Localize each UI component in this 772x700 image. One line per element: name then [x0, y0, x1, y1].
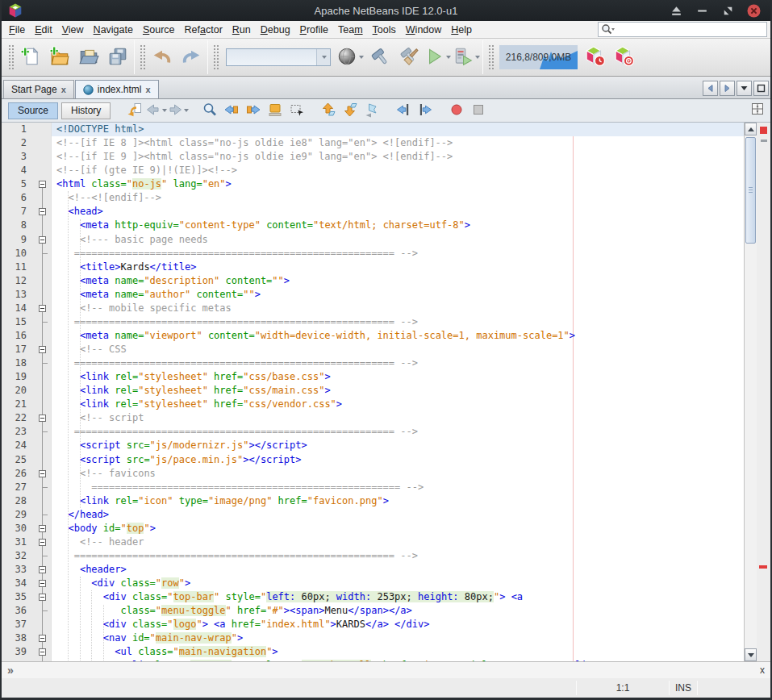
code-line[interactable]: 1<!DOCTYPE html>	[2, 123, 744, 136]
code-text[interactable]: <link rel="stylesheet" href="css/vendor.…	[52, 398, 744, 411]
code-line[interactable]: 4<!--[if (gte IE 9)|!(IE)]><!-->	[2, 164, 744, 177]
memory-usage-indicator[interactable]: 216,8/809,0MB	[499, 45, 578, 69]
tab-list-button[interactable]	[737, 81, 752, 96]
code-line[interactable]: 36 class="menu-toggle" href="#"><span>Me…	[2, 604, 744, 618]
code-line[interactable]: 26 <!-- favicons	[2, 467, 744, 481]
code-line[interactable]: 33 <header>	[2, 563, 744, 577]
code-text[interactable]: <header>	[52, 563, 744, 577]
fold-collapse-icon[interactable]	[39, 236, 46, 244]
tab-close-icon[interactable]: x	[146, 85, 151, 94]
next-bookmark-button[interactable]	[339, 101, 361, 120]
forward-button[interactable]	[167, 101, 189, 120]
code-text[interactable]: <!--- basic page needs	[52, 233, 744, 247]
code-line[interactable]: 13 <meta name="author" content="">	[2, 288, 744, 302]
code-text[interactable]: <title>Kards</title>	[52, 260, 744, 274]
code-line[interactable]: 27 =====================================…	[2, 481, 744, 494]
tab-scroll-left-button[interactable]	[703, 81, 718, 96]
maximize-window-button[interactable]	[753, 81, 769, 96]
toolbar-drag-handle[interactable]	[212, 44, 219, 71]
fold-collapse-icon[interactable]	[39, 181, 46, 188]
menu-window[interactable]: Window	[401, 23, 446, 37]
code-text[interactable]: <head>	[52, 205, 744, 219]
dropdown-arrow-icon[interactable]	[446, 56, 451, 59]
scroll-up-button[interactable]	[745, 123, 757, 135]
code-text[interactable]: ========================================…	[52, 356, 744, 370]
code-text[interactable]: <div class="top-bar" style="left: 60px; …	[52, 590, 744, 604]
code-line[interactable]: 22 <!-- script	[2, 411, 744, 425]
split-document-icon[interactable]	[751, 102, 764, 119]
fold-collapse-icon[interactable]	[39, 648, 46, 656]
code-line[interactable]: 11 <title>Kards</title>	[2, 260, 744, 274]
fold-collapse-icon[interactable]	[39, 470, 46, 477]
new-file-button[interactable]	[16, 42, 45, 73]
code-line[interactable]: 16 <meta name="viewport" content="width=…	[2, 329, 744, 343]
code-line[interactable]: 18 =====================================…	[2, 356, 744, 370]
save-all-button[interactable]	[103, 42, 132, 73]
menu-tools[interactable]: Tools	[368, 23, 401, 37]
highlight-button[interactable]	[264, 101, 286, 120]
menu-file[interactable]: File	[4, 23, 30, 37]
code-text[interactable]: <meta name="viewport" content="width=dev…	[52, 329, 744, 343]
macro-record-button[interactable]	[445, 101, 467, 120]
profile-button[interactable]	[581, 42, 610, 73]
code-line[interactable]: 24 <script src="js/modernizr.js"></scrip…	[2, 439, 744, 452]
menu-refactor[interactable]: Refactor	[180, 23, 227, 37]
code-text[interactable]: <link rel="icon" type="image/png" href="…	[52, 494, 744, 508]
code-line[interactable]: 3<!--[if IE 9 ]><html class="no-js oldie…	[2, 150, 744, 164]
find-prev-button[interactable]	[220, 101, 242, 120]
menu-help[interactable]: Help	[446, 23, 477, 37]
combo-dropdown-icon[interactable]	[316, 49, 330, 65]
code-text[interactable]: ========================================…	[52, 481, 744, 494]
code-line[interactable]: 38 <nav id="main-nav-wrap">	[2, 631, 744, 645]
fold-collapse-icon[interactable]	[39, 635, 46, 642]
code-line[interactable]: 25 <script src="js/pace.min.js"></script…	[2, 453, 744, 467]
profile-stop-button[interactable]	[610, 42, 639, 73]
open-project-button[interactable]	[74, 42, 103, 73]
code-line[interactable]: 35 <div class="top-bar" style="left: 60p…	[2, 590, 744, 604]
fold-collapse-icon[interactable]	[39, 346, 46, 353]
toolbar-drag-handle[interactable]	[139, 44, 145, 71]
new-project-button[interactable]	[45, 42, 74, 73]
error-stripe-warning-mark[interactable]	[759, 565, 767, 569]
minimize-button[interactable]	[695, 4, 709, 18]
dropdown-arrow-icon[interactable]	[184, 109, 189, 112]
code-text[interactable]: <script src="js/modernizr.js"></script>	[52, 439, 744, 452]
breadcrumb-close-icon[interactable]: x	[760, 665, 765, 676]
fold-collapse-icon[interactable]	[39, 525, 46, 532]
run-button[interactable]	[423, 42, 452, 73]
code-line[interactable]: 6 <!--<![endif]-->	[2, 191, 744, 205]
dropdown-arrow-icon[interactable]	[475, 56, 480, 59]
debug-button[interactable]	[452, 42, 481, 73]
code-line[interactable]: 14 <!-- mobile specific metas	[2, 302, 744, 315]
fold-collapse-icon[interactable]	[39, 566, 46, 573]
toggle-bookmark-button[interactable]	[361, 101, 382, 120]
fold-collapse-icon[interactable]	[39, 305, 46, 312]
code-text[interactable]: ========================================…	[52, 315, 744, 329]
menu-edit[interactable]: Edit	[30, 23, 57, 37]
code-text[interactable]: <!-- favicons	[52, 467, 744, 481]
code-line[interactable]: 9 <!--- basic page needs	[2, 233, 744, 247]
globe-button[interactable]	[336, 42, 365, 73]
code-text[interactable]: ========================================…	[52, 549, 744, 563]
code-line[interactable]: 40 <li class="current"><a class="smooths…	[2, 659, 744, 661]
code-text[interactable]: <!-- script	[52, 411, 744, 425]
search-input[interactable]	[616, 23, 764, 35]
fold-collapse-icon[interactable]	[39, 539, 46, 546]
code-text[interactable]: <meta name="description" content="">	[52, 274, 744, 288]
code-line[interactable]: 19 <link rel="stylesheet" href="css/base…	[2, 370, 744, 384]
last-edit-button[interactable]	[123, 101, 145, 120]
code-text[interactable]: ========================================…	[52, 247, 744, 260]
code-text[interactable]: <!-- CSS	[52, 343, 744, 356]
restore-button[interactable]	[721, 4, 735, 18]
error-stripe-error-mark[interactable]	[760, 127, 767, 134]
code-line[interactable]: 21 <link rel="stylesheet" href="css/vend…	[2, 398, 744, 411]
code-line[interactable]: 10 =====================================…	[2, 247, 744, 260]
code-text[interactable]: <meta name="author" content="">	[52, 288, 744, 302]
menu-team[interactable]: Team	[333, 23, 368, 37]
code-line[interactable]: 39 <ul class="main-navigation">	[2, 645, 744, 659]
code-text[interactable]: class="menu-toggle" href="#"><span>Menu<…	[52, 604, 744, 618]
code-text[interactable]: <!--[if (gte IE 9)|!(IE)]><!-->	[52, 164, 744, 177]
scrollbar-thumb[interactable]	[745, 137, 756, 244]
code-line[interactable]: 29 </head>	[2, 508, 744, 522]
code-text[interactable]: <li class="current"><a class="smoothscro…	[52, 659, 744, 661]
